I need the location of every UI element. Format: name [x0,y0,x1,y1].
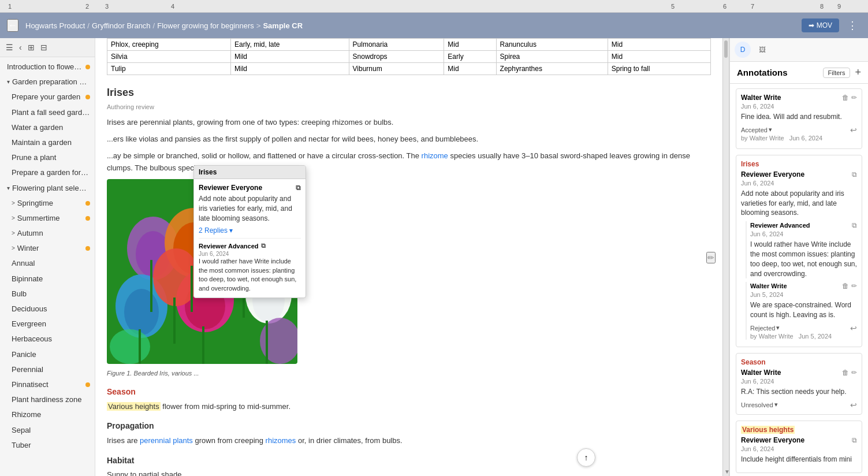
ann2-reply2-status[interactable]: Rejected ▾ [750,324,780,332]
sidebar-item-10[interactable]: >Summertime [0,211,95,226]
sidebar-item-1[interactable]: ▾Garden preparation and ... [0,75,95,90]
ann1-edit-button[interactable]: ✏ [851,94,857,102]
edit-icon-button[interactable]: ✏ [706,252,716,263]
sidebar-item-8[interactable]: ▾Flowering plant selection [0,181,95,196]
sidebar-label-13: Annual [12,258,90,269]
filter-button[interactable]: Filters [823,68,851,78]
svg-rect-21 [266,321,268,364]
reply-copy-icon[interactable]: ⧉ [261,242,266,250]
sidebar-item-2[interactable]: Prepare your garden [0,90,95,105]
ann1-text: Fine idea. Will add and resubmit. [741,112,857,122]
sidebar-item-22[interactable]: Plant hardiness zone [0,392,95,407]
ann3-reply-button[interactable]: ↩ [850,400,857,410]
perennial-plants-link[interactable]: perennial plants [140,436,193,445]
sidebar-item-20[interactable]: Perennial [0,362,95,377]
ann1-delete-button[interactable]: 🗑 [842,94,849,102]
sidebar-item-16[interactable]: Deciduous [0,302,95,317]
svg-rect-19 [139,329,141,364]
ann1-footer: Accepted ▾ ↩ [741,125,857,135]
sidebar-item-4[interactable]: Water a garden [0,120,95,135]
sidebar-item-6[interactable]: Prune a plant [0,150,95,165]
popup-copy-icon[interactable]: ⧉ [296,184,301,192]
ann2-reply2-reply-button[interactable]: ↩ [850,323,857,333]
breadcrumb-item-2[interactable]: Flower growing for beginners [157,21,254,30]
ann3-status[interactable]: Unresolved ▾ [741,401,778,408]
tab-image[interactable]: 🖼 [754,42,770,58]
ann3-edit-button[interactable]: ✏ [851,369,857,377]
breadcrumb-item-0[interactable]: Hogwarts Product [25,21,85,30]
sidebar-dot-21 [85,382,90,387]
sidebar-item-13[interactable]: Annual [0,256,95,271]
sidebar-collapse-icon[interactable]: ⊟ [39,42,49,53]
scroll-to-top-button[interactable]: ↑ [577,448,595,467]
ann4-date: Jun 6, 2024 [741,445,857,452]
sidebar-chevron-1: ▾ [7,78,10,86]
ann1-reply-button[interactable]: ↩ [850,125,857,135]
rhizome-link[interactable]: rhizome [422,151,448,160]
back-button[interactable]: ← [7,19,18,32]
sidebar-expand-icon[interactable]: ⊞ [27,42,36,53]
content-scroll: Phlox, creepingEarly, mid, latePulmonari… [95,38,722,476]
ann4-reviewer-row: Reviewer Everyone ⧉ [741,436,857,444]
ann2-reply2-delete-button[interactable]: 🗑 [842,282,849,290]
sidebar-chevron-10: > [12,214,15,222]
sidebar-item-25[interactable]: Tuber [0,438,95,453]
sidebar-label-8: Flowering plant selection [12,183,90,194]
table-row-2: TulipMildViburnumMidZephyranthesSpring t… [107,63,711,75]
ann3-delete-button[interactable]: 🗑 [842,369,849,377]
ann2-reply-date: Jun 6, 2024 [750,230,857,237]
sidebar-item-23[interactable]: Rhizome [0,407,95,422]
sidebar-item-9[interactable]: >Springtime [0,196,95,211]
sidebar-item-0[interactable]: Introduction to flowering... [0,60,95,75]
ann1-status-chevron: ▾ [769,126,772,133]
annotation-popup: Irises Reviewer Everyone ⧉ Add note abou… [193,165,306,298]
sidebar-label-9: Springtime [17,198,83,209]
sidebar-item-19[interactable]: Panicle [0,347,95,362]
reply-item: Reviewer Advanced ⧉ Jun 6, 2024 I would … [199,238,301,293]
table-cell-2-col5: Zephyranthes [496,63,608,75]
sidebar-item-21[interactable]: Pinnatisect [0,377,95,392]
ann2-reply2-edit-button[interactable]: ✏ [851,282,857,290]
sidebar-item-11[interactable]: >Autumn [0,226,95,241]
sidebar-item-24[interactable]: Sepal [0,423,95,438]
sidebar-item-7[interactable]: Prepare a garden for th... [0,165,95,180]
num-5: 5 [671,3,675,10]
ann4-copy-button[interactable]: ⧉ [852,436,857,444]
ann1-status-label: Accepted [741,127,768,133]
ann1-status[interactable]: Accepted ▾ [741,126,772,133]
content-scrollbar[interactable]: ▼ [722,38,729,476]
season-text: Various heights flower from mid-spring t… [107,401,711,413]
number-labels: 1 2 3 4 5 6 7 8 9 [0,0,868,13]
ann1-by: by Walter Write Jun 6, 2024 [741,135,857,142]
heading-irises: Irises [107,84,711,101]
replies-toggle[interactable]: 2 Replies ▾ [199,226,301,235]
sidebar-label-0: Introduction to flowering... [7,62,83,72]
ann2-copy-button[interactable]: ⧉ [852,170,857,178]
kebab-menu-button[interactable]: ⋮ [844,18,861,33]
sidebar-label-22: Plant hardiness zone [12,395,90,405]
sidebar-menu-button[interactable]: ☰ [5,42,14,53]
sidebar-item-14[interactable]: Bipinnate [0,272,95,287]
sidebar-item-15[interactable]: Bulb [0,287,95,302]
sidebar-item-12[interactable]: >Winter [0,241,95,256]
sidebar-item-17[interactable]: Evergreen [0,317,95,332]
main-layout: ☰ ‹ ⊞ ⊟ Introduction to flowering...▾Gar… [0,38,868,476]
rhizomes-link[interactable]: rhizomes [266,436,296,445]
sidebar-item-18[interactable]: Herbaceous [0,332,95,347]
ann2-reply2-status-label: Rejected [750,325,775,332]
sidebar-label-17: Evergreen [12,319,90,329]
scrollbar-thumb[interactable] [724,40,728,58]
habitat-text: Sunny to partial shade [107,469,711,476]
move-button[interactable]: ➡ MOV [802,18,839,32]
sidebar-collapse-button[interactable]: ‹ [18,42,23,53]
sidebar-item-3[interactable]: Plant a fall seed garden [0,105,95,120]
scroll-down-arrow[interactable]: ▼ [723,467,729,476]
table-cell-0-col4: Mid [444,39,496,51]
tab-document[interactable]: D [735,42,751,58]
add-annotation-button[interactable]: + [855,66,861,79]
table-cell-0-col3: Pulmonaria [349,39,444,51]
breadcrumb-item-1[interactable]: Gryffindor Branch [92,21,151,30]
sidebar-item-5[interactable]: Maintain a garden [0,135,95,150]
table-cell-0-col5: Ranunculus [496,39,608,51]
ann2-reply-copy-button[interactable]: ⧉ [852,221,857,229]
